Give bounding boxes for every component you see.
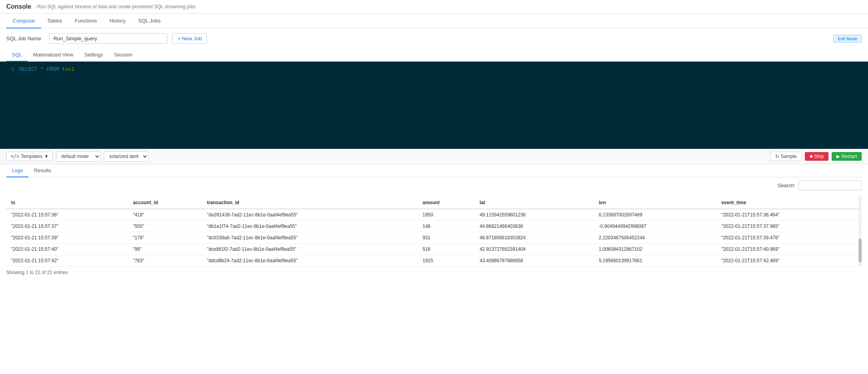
nav-tabs: Compose Tables Functions History SQL Job… xyxy=(0,14,868,28)
sample-label: Sample xyxy=(781,154,797,159)
job-name-label: SQL Job Name xyxy=(6,36,41,41)
cell-amount: 516 xyxy=(418,244,475,255)
cell-account_id: "99" xyxy=(128,244,202,255)
cell-lat: 48.871806818303824 xyxy=(475,232,594,244)
stop-label: Stop xyxy=(814,154,824,159)
col-amount: amount xyxy=(418,197,475,209)
templates-chevron-icon: ▼ xyxy=(44,154,49,159)
result-tab-results[interactable]: Results xyxy=(28,164,56,177)
table-row: "2022-01-21 15:57:39""179""dc0339a6-7ad2… xyxy=(6,232,862,244)
table-container: ts account_id transaction_id amount lat … xyxy=(6,197,862,267)
sub-tab-settings[interactable]: Settings xyxy=(79,49,109,62)
cell-transaction_id: "ddcd8b24-7ad2-11ec-8b1e-0aaf4ef9ea55" xyxy=(202,255,418,267)
table-row: "2022-01-21 15:57:42""783""ddcd8b24-7ad2… xyxy=(6,255,862,267)
stop-icon: ■ xyxy=(810,154,812,159)
theme-select[interactable]: solarized dark monokai default xyxy=(104,151,148,162)
result-tabs: Logs Results xyxy=(6,164,862,177)
stop-button[interactable]: ■ Stop xyxy=(805,152,829,161)
col-transaction-id: transaction_id xyxy=(202,197,418,209)
cell-lon: 2.2203467506452244 xyxy=(594,232,716,244)
scroll-thumb[interactable] xyxy=(859,239,862,262)
code-line-1: 1 SELECT * FROM txnl xyxy=(6,66,862,72)
col-ts: ts xyxy=(6,197,128,209)
col-event-time: event_time xyxy=(717,197,862,209)
cell-transaction_id: "dce861f2-7ad2-11ec-8b1e-0aaf4ef9ea55" xyxy=(202,244,418,255)
play-icon: ▶ xyxy=(836,154,840,159)
cell-lon: -0.9049449942998087 xyxy=(594,221,716,232)
sample-button[interactable]: ↻ Sample xyxy=(770,152,802,161)
results-table: ts account_id transaction_id amount lat … xyxy=(6,197,862,267)
cell-lon: 6.133687002697469 xyxy=(594,209,716,221)
cell-account_id: "419" xyxy=(128,209,202,221)
cell-ts: "2022-01-21 15:57:40" xyxy=(6,244,128,255)
refresh-icon: ↻ xyxy=(775,154,779,159)
table-row: "2022-01-21 15:57:37""555""db1e1f74-7ad2… xyxy=(6,221,862,232)
cell-event_time: "2022-01-21T15:57:40.969" xyxy=(717,244,862,255)
cell-amount: 1850 xyxy=(418,209,475,221)
code-content: SELECT * FROM txnl xyxy=(19,66,74,72)
sub-tabs: SQL Materialized View Settings Session xyxy=(0,49,868,62)
table-scroll-area: ts account_id transaction_id amount lat … xyxy=(6,197,862,267)
sub-tab-materialized-view[interactable]: Materialized View xyxy=(28,49,79,62)
restart-button[interactable]: ▶ Restart xyxy=(832,152,862,161)
cell-ts: "2022-01-21 15:57:42" xyxy=(6,255,128,267)
tab-tables[interactable]: Tables xyxy=(41,14,69,28)
results-area: Logs Results Search: ts account_id trans… xyxy=(0,164,868,278)
restart-label: Restart xyxy=(842,154,857,159)
cell-amount: 931 xyxy=(418,232,475,244)
result-tab-logs[interactable]: Logs xyxy=(6,164,28,177)
cell-lat: 44.86621466403638 xyxy=(475,221,594,232)
tab-sqljobs[interactable]: SQL Jobs xyxy=(132,14,167,28)
page-subtitle: - Run SQL against streams of data and cr… xyxy=(34,4,195,9)
page-header: Console - Run SQL against streams of dat… xyxy=(0,0,868,14)
cell-transaction_id: "dc0339a6-7ad2-11ec-8b1e-0aaf4ef9ea55" xyxy=(202,232,418,244)
templates-button[interactable]: </> Templates ▼ xyxy=(6,152,53,161)
templates-label: Templates xyxy=(21,154,43,159)
col-lon: lon xyxy=(594,197,716,209)
toolbar-right: ↻ Sample ■ Stop ▶ Restart xyxy=(770,152,862,161)
table-header-row: ts account_id transaction_id amount lat … xyxy=(6,197,862,209)
line-number: 1 xyxy=(6,66,14,72)
cell-lon: 5.195660139917861 xyxy=(594,255,716,267)
sub-tab-session[interactable]: Session xyxy=(109,49,138,62)
cell-event_time: "2022-01-21T15:57:36.464" xyxy=(717,209,862,221)
tab-compose[interactable]: Compose xyxy=(6,14,41,28)
sub-tab-sql[interactable]: SQL xyxy=(6,49,28,62)
cell-lon: 1.006084312967102 xyxy=(594,244,716,255)
cell-amount: 148 xyxy=(418,221,475,232)
mode-select[interactable]: default mode solarized dark xyxy=(56,151,101,162)
code-editor[interactable]: 1 SELECT * FROM txnl xyxy=(0,62,868,148)
cell-event_time: "2022-01-21T15:57:42.469" xyxy=(717,255,862,267)
cell-event_time: "2022-01-21T15:57:39.476" xyxy=(717,232,862,244)
tab-history[interactable]: History xyxy=(103,14,132,28)
cell-lat: 49.115942559601236 xyxy=(475,209,594,221)
cell-transaction_id: "da391438-7ad2-11ec-8b1e-0aaf4ef9ea55" xyxy=(202,209,418,221)
cell-lat: 43.40986787686858 xyxy=(475,255,594,267)
search-input[interactable] xyxy=(798,180,862,190)
code-icon: </> xyxy=(11,154,19,159)
edit-mode-badge: Edit Mode xyxy=(833,35,862,43)
cell-ts: "2022-01-21 15:57:39" xyxy=(6,232,128,244)
tab-functions[interactable]: Functions xyxy=(68,14,103,28)
cell-lat: 42.913727692391404 xyxy=(475,244,594,255)
cell-ts: "2022-01-21 15:57:36" xyxy=(6,209,128,221)
col-lat: lat xyxy=(475,197,594,209)
table-row: "2022-01-21 15:57:36""419""da391438-7ad2… xyxy=(6,209,862,221)
editor-toolbar: </> Templates ▼ default mode solarized d… xyxy=(0,148,868,164)
scroll-track xyxy=(859,197,862,267)
search-label: Search: xyxy=(778,182,795,188)
job-name-row: SQL Job Name + New Job Edit Mode xyxy=(0,28,868,49)
new-job-button[interactable]: + New Job xyxy=(172,33,207,44)
showing-text: Showing 1 to 22 of 22 entries xyxy=(6,267,862,278)
cell-transaction_id: "db1e1f74-7ad2-11ec-8b1e-0aaf4ef9ea55" xyxy=(202,221,418,232)
cell-account_id: "783" xyxy=(128,255,202,267)
cell-account_id: "555" xyxy=(128,221,202,232)
cell-ts: "2022-01-21 15:57:37" xyxy=(6,221,128,232)
search-row: Search: xyxy=(6,177,862,194)
cell-amount: 1915 xyxy=(418,255,475,267)
col-account-id: account_id xyxy=(128,197,202,209)
table-row: "2022-01-21 15:57:40""99""dce861f2-7ad2-… xyxy=(6,244,862,255)
page-title: Console xyxy=(6,3,31,10)
job-name-input[interactable] xyxy=(49,33,167,44)
cell-account_id: "179" xyxy=(128,232,202,244)
